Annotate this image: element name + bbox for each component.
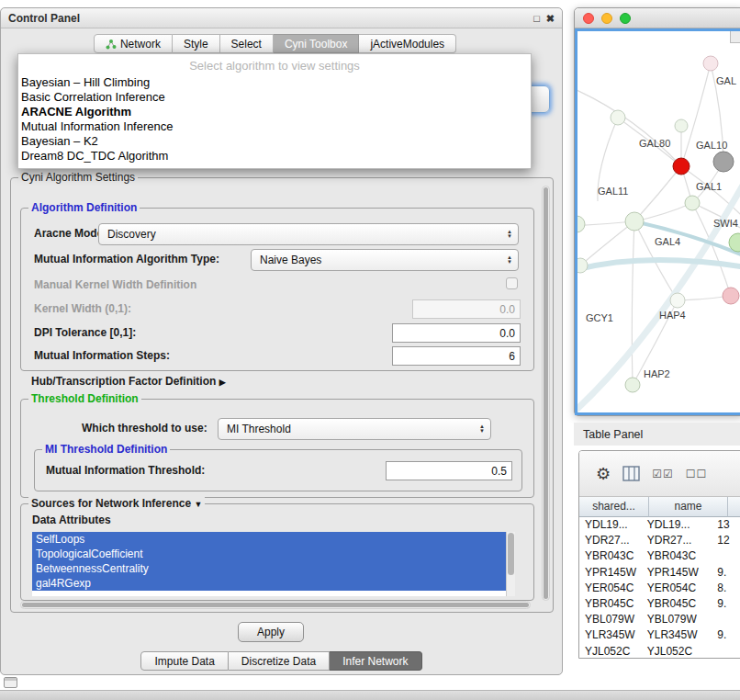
attribute-item-selected[interactable]: TopologicalCoefficient bbox=[32, 547, 515, 561]
bottom-status-strip bbox=[0, 690, 740, 700]
mi-threshold-input[interactable] bbox=[386, 461, 512, 480]
network-node[interactable] bbox=[625, 212, 644, 231]
column-chooser-icon[interactable] bbox=[622, 466, 640, 481]
algorithm-option[interactable]: Bayesian – Hill Climbing bbox=[18, 75, 531, 90]
attributes-scrollbar[interactable] bbox=[506, 532, 515, 596]
network-node[interactable] bbox=[675, 119, 688, 132]
sources-toggle[interactable]: Sources for Network Inference ▼ bbox=[28, 497, 205, 511]
tab-jactivemodules[interactable]: jActiveModules bbox=[359, 34, 456, 53]
scrollbar-thumb[interactable] bbox=[508, 533, 514, 575]
network-node-red[interactable] bbox=[673, 158, 690, 175]
minimize-traffic-light[interactable] bbox=[601, 13, 612, 24]
algorithm-option[interactable]: Basic Correlation Inference bbox=[18, 90, 531, 105]
table-row[interactable]: YER054C YER054C 8. bbox=[579, 581, 740, 596]
algorithm-dropdown-popup: Select algorithm to view settings Bayesi… bbox=[17, 53, 532, 169]
column-header-name[interactable]: name bbox=[649, 497, 728, 517]
network-node-gray[interactable] bbox=[713, 152, 734, 172]
table-row[interactable]: YJL052C YJL052C bbox=[579, 644, 740, 659]
cell: YBL079W bbox=[642, 612, 712, 627]
attribute-item-selected[interactable]: gal4RGexp bbox=[32, 576, 515, 591]
scrollbar-thumb[interactable] bbox=[22, 603, 529, 607]
tab-network[interactable]: Network bbox=[94, 34, 173, 53]
table-row[interactable]: YPR145W YPR145W 9. bbox=[579, 565, 740, 581]
cell: 9. bbox=[712, 596, 740, 612]
network-node-label: GAL4 bbox=[655, 236, 680, 247]
cell: 13 bbox=[712, 517, 740, 533]
table-row[interactable]: YDL19... YDL19... 13 bbox=[579, 517, 740, 533]
kernel-width-label: Kernel Width (0,1): bbox=[34, 302, 131, 315]
hub-definition-toggle[interactable]: Hub/Transcription Factor Definition ▶ bbox=[31, 375, 226, 388]
network-node[interactable] bbox=[577, 258, 588, 273]
table-row[interactable]: YBR045C YBR045C 9. bbox=[579, 596, 740, 612]
gear-icon[interactable]: ⚙ bbox=[596, 465, 611, 483]
data-attributes-label: Data Attributes bbox=[32, 514, 111, 526]
tab-style[interactable]: Style bbox=[173, 34, 220, 53]
network-node[interactable] bbox=[625, 378, 640, 392]
network-scrollbar-corner[interactable] bbox=[730, 31, 740, 43]
tab-label: Style bbox=[184, 38, 208, 51]
close-window-icon[interactable]: ✖ bbox=[546, 12, 555, 25]
tab-cyni-toolbox[interactable]: Cyni Toolbox bbox=[274, 34, 359, 53]
network-node[interactable] bbox=[577, 216, 585, 232]
tab-discretize-data[interactable]: Discretize Data bbox=[229, 651, 330, 671]
network-node-label: GAL80 bbox=[639, 138, 670, 149]
combo-stepper-icon: ▲▼ bbox=[507, 255, 512, 265]
tab-impute-data[interactable]: Impute Data bbox=[140, 651, 228, 671]
settings-horizontal-scrollbar[interactable] bbox=[20, 601, 531, 609]
aracne-mode-combo[interactable]: Discovery ▲▼ bbox=[98, 223, 519, 245]
algorithm-option[interactable]: Mutual Information Inference bbox=[18, 119, 531, 134]
which-threshold-value: MI Threshold bbox=[227, 423, 291, 435]
mi-type-label: Mutual Information Algorithm Type: bbox=[34, 253, 219, 265]
mi-steps-label: Mutual Information Steps: bbox=[34, 349, 170, 362]
select-all-checkboxes-icon[interactable]: ☑☑ bbox=[652, 465, 674, 483]
network-node-pink[interactable] bbox=[723, 288, 739, 304]
mi-steps-input[interactable] bbox=[392, 346, 521, 366]
column-header-shared-name[interactable]: shared... bbox=[579, 497, 649, 517]
settings-vertical-scrollbar[interactable] bbox=[542, 186, 550, 601]
window-buttons: □ ✖ bbox=[533, 12, 555, 25]
table-header: shared... name bbox=[579, 497, 740, 517]
dpi-tolerance-label: DPI Tolerance [0,1]: bbox=[34, 326, 136, 339]
mi-threshold-title: MI Threshold Definition bbox=[42, 443, 170, 456]
scrollbar-thumb[interactable] bbox=[544, 187, 548, 599]
which-threshold-combo[interactable]: MI Threshold ▲▼ bbox=[218, 418, 491, 440]
table-row[interactable]: YDR27... YDR27... 12 bbox=[579, 533, 740, 548]
cell: YDR27... bbox=[579, 533, 642, 548]
network-node[interactable] bbox=[685, 196, 700, 210]
network-node[interactable] bbox=[611, 110, 625, 125]
mi-type-combo[interactable]: Naive Bayes ▲▼ bbox=[251, 249, 519, 271]
panel-dock-icon[interactable] bbox=[4, 677, 17, 688]
network-canvas[interactable]: GAL GAL80 GAL10 GAL11 GAL1 SWI4 GAL4 GCY… bbox=[575, 28, 740, 415]
cell: 12 bbox=[712, 533, 740, 548]
settings-group-title: Cyni Algorithm Settings bbox=[18, 171, 138, 184]
network-node-label: GAL10 bbox=[696, 140, 727, 151]
kernel-width-input bbox=[412, 299, 521, 319]
column-header-partial[interactable] bbox=[728, 497, 740, 517]
table-row[interactable]: YBL079W YBL079W bbox=[579, 612, 740, 627]
network-node-label: HAP2 bbox=[644, 368, 670, 379]
algorithm-definition-group: Algorithm Definition Aracne Mode: Discov… bbox=[20, 208, 534, 371]
attribute-item-selected[interactable]: SelfLoops bbox=[32, 532, 515, 547]
window-title: Control Panel bbox=[8, 12, 80, 25]
threshold-definition-group: Threshold Definition Which threshold to … bbox=[20, 399, 534, 498]
clear-all-checkboxes-icon[interactable]: ☐☐ bbox=[686, 465, 708, 483]
algorithm-option[interactable]: Dream8 DC_TDC Algorithm bbox=[18, 149, 531, 164]
manual-kernel-checkbox[interactable] bbox=[506, 277, 518, 289]
combo-stepper-icon: ▲▼ bbox=[479, 424, 485, 434]
algorithm-option[interactable]: Bayesian – K2 bbox=[18, 134, 531, 149]
tab-infer-network[interactable]: Infer Network bbox=[330, 651, 421, 671]
close-traffic-light[interactable] bbox=[583, 13, 594, 24]
network-node[interactable] bbox=[703, 56, 718, 71]
float-window-icon[interactable]: □ bbox=[533, 12, 540, 25]
attribute-item-selected[interactable]: BetweennessCentrality bbox=[32, 561, 515, 576]
tab-select[interactable]: Select bbox=[220, 34, 274, 53]
apply-button[interactable]: Apply bbox=[238, 622, 304, 642]
network-node[interactable] bbox=[670, 293, 685, 308]
dpi-tolerance-input[interactable] bbox=[392, 323, 521, 343]
table-row[interactable]: YLR345W YLR345W 9. bbox=[579, 627, 740, 643]
zoom-traffic-light[interactable] bbox=[620, 13, 631, 24]
algorithm-option-selected[interactable]: ARACNE Algorithm bbox=[18, 105, 531, 119]
tab-label: Cyni Toolbox bbox=[285, 38, 347, 51]
table-row[interactable]: YBR043C YBR043C bbox=[579, 548, 740, 564]
cell: YPR145W bbox=[642, 565, 712, 581]
